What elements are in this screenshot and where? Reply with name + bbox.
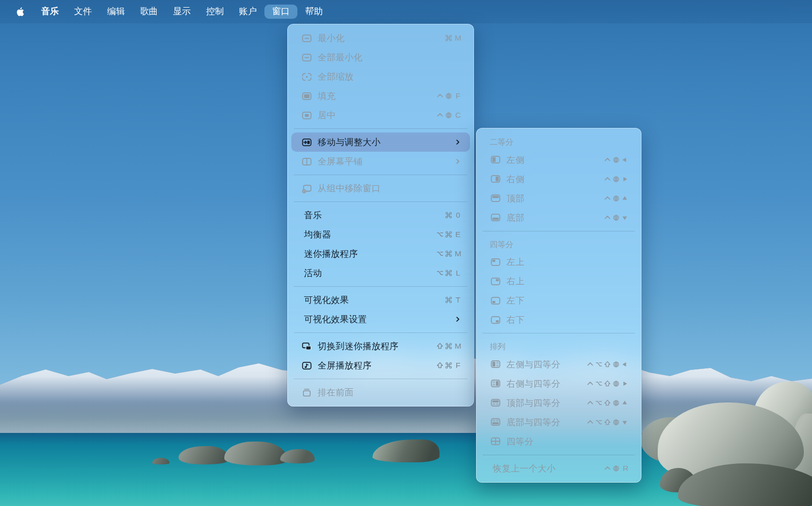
globe-key-icon: [612, 464, 620, 473]
half-right-icon: [490, 174, 501, 185]
menu-item-music[interactable]: 音乐0: [288, 206, 473, 225]
cmd-key-icon: [445, 269, 453, 277]
menu-item-shortcut: [603, 194, 629, 203]
menubar-item-window[interactable]: 窗口: [264, 5, 297, 19]
menubar-item-controls[interactable]: 控制: [198, 5, 231, 19]
menu-item-label: 居中: [318, 109, 335, 121]
arrange-right-icon: [490, 378, 501, 389]
menu-item-label: 音乐: [304, 209, 322, 221]
globe-key-icon: [612, 380, 620, 388]
half-left-icon: [490, 154, 501, 165]
menu-item-shortcut: E: [436, 230, 461, 239]
tri-down-key-icon: [621, 418, 629, 426]
menu-item-label: 全部最小化: [318, 51, 363, 63]
cmd-key-icon: [445, 211, 453, 219]
menu-item-shortcut: R: [603, 464, 629, 473]
opt-key-icon: [595, 399, 603, 407]
menu-item-switch-to-miniplayer[interactable]: 切换到迷你播放程序M: [288, 336, 473, 356]
menu-separator: [294, 286, 467, 287]
globe-key-icon: [612, 175, 620, 183]
submenu-chevron-icon: [454, 316, 461, 323]
menubar-item-view[interactable]: 显示: [165, 5, 198, 19]
menu-item-label: 右侧: [506, 173, 524, 185]
shift-key-icon: [436, 342, 444, 350]
zoom-all-icon: [301, 71, 312, 82]
menu-item-zoom-all: 全部缩放: [288, 67, 473, 86]
menu-item-half-left: 左侧: [477, 150, 641, 170]
arrange-top-icon: [490, 397, 501, 409]
menubar-item-account[interactable]: 账户: [231, 5, 264, 19]
menubar-item-song[interactable]: 歌曲: [132, 5, 165, 19]
menu-item-move-and-resize[interactable]: 移动与调整大小: [291, 132, 470, 152]
menu-item-label: 均衡器: [304, 228, 331, 241]
menu-item-center: 居中C: [288, 106, 473, 125]
menu-item-bottom-and-quarters: 底部与四等分: [477, 413, 641, 432]
menu-item-visualizer[interactable]: 可视化效果T: [288, 290, 473, 310]
menu-item-shortcut: 0: [445, 211, 461, 220]
ctrl-key-icon: [586, 418, 594, 426]
menu-item-shortcut: [586, 418, 629, 426]
ctrl-key-icon: [436, 111, 444, 119]
center-icon: [301, 110, 312, 121]
quarter-br-icon: [490, 314, 501, 325]
menu-item-miniplayer[interactable]: 迷你播放程序M: [288, 244, 473, 263]
globe-key-icon: [612, 360, 620, 368]
menu-item-label: 四等分: [506, 435, 533, 448]
menubar-item-edit[interactable]: 编辑: [99, 5, 132, 19]
remove-window-icon: [301, 183, 312, 194]
cmd-key-icon: [445, 230, 453, 239]
tri-left-key-icon: [621, 156, 629, 164]
fullscreen-player-icon: [301, 360, 312, 371]
grid-quarters-icon: [490, 436, 501, 447]
shortcut-key: R: [622, 464, 629, 473]
half-bottom-icon: [490, 212, 501, 223]
menu-item-fullscreen-player[interactable]: 全屏播放程序F: [288, 356, 473, 375]
menu-item-visualizer-settings[interactable]: 可视化效果设置: [288, 310, 473, 329]
menu-separator: [483, 231, 635, 231]
globe-key-icon: [445, 92, 453, 100]
wallpaper-rock: [152, 458, 170, 464]
section-header-arrange: 排列: [477, 337, 641, 355]
ctrl-key-icon: [603, 214, 612, 222]
menu-separator: [294, 201, 467, 202]
menu-separator: [294, 332, 467, 333]
wallpaper-rock: [179, 446, 229, 464]
menu-separator: [483, 455, 635, 455]
menu-item-equalizer[interactable]: 均衡器E: [288, 225, 473, 244]
menu-separator: [294, 175, 467, 175]
opt-key-icon: [436, 269, 444, 277]
menu-item-half-bottom: 底部: [477, 208, 641, 227]
menubar-item-file[interactable]: 文件: [66, 5, 99, 19]
shortcut-key: M: [455, 33, 461, 43]
opt-key-icon: [436, 250, 444, 258]
menu-item-minimize: 最小化M: [288, 28, 473, 48]
apple-icon[interactable]: [15, 6, 25, 18]
submenu-chevron-icon: [454, 139, 461, 146]
menu-item-shortcut: [586, 399, 629, 407]
arrange-left-icon: [490, 359, 501, 370]
window-menu: 最小化M全部最小化全部缩放填充F居中C移动与调整大小全屏幕平铺从组中移除窗口音乐…: [287, 24, 474, 407]
opt-key-icon: [595, 360, 603, 368]
ctrl-key-icon: [603, 464, 612, 473]
menu-item-activity[interactable]: 活动L: [288, 263, 473, 283]
menu-item-label: 左侧与四等分: [506, 358, 560, 370]
tri-left-key-icon: [621, 360, 629, 368]
submenu-chevron-icon: [454, 158, 461, 165]
menu-item-label: 全部缩放: [318, 71, 354, 83]
menu-item-quarter-top-right: 右上: [477, 272, 641, 291]
menu-item-label: 底部: [506, 212, 524, 224]
menu-item-shortcut: F: [436, 361, 461, 370]
cmd-key-icon: [445, 34, 453, 42]
menu-item-fill: 填充F: [288, 86, 473, 106]
globe-key-icon: [612, 399, 620, 407]
menubar-item-help[interactable]: 帮助: [297, 5, 330, 19]
shift-key-icon: [436, 361, 444, 369]
globe-key-icon: [612, 194, 620, 203]
fullscreen-tile-icon: [301, 156, 312, 167]
menu-item-label: 右下: [506, 314, 524, 326]
menu-item-half-right: 右侧: [477, 170, 641, 189]
menu-item-label: 全屏播放程序: [318, 359, 371, 372]
desktop: 音乐文件编辑歌曲显示控制账户窗口帮助 最小化M全部最小化全部缩放填充F居中C移动…: [0, 0, 812, 506]
shortcut-key: 0: [455, 211, 461, 220]
menubar-item-music-app[interactable]: 音乐: [33, 5, 66, 19]
